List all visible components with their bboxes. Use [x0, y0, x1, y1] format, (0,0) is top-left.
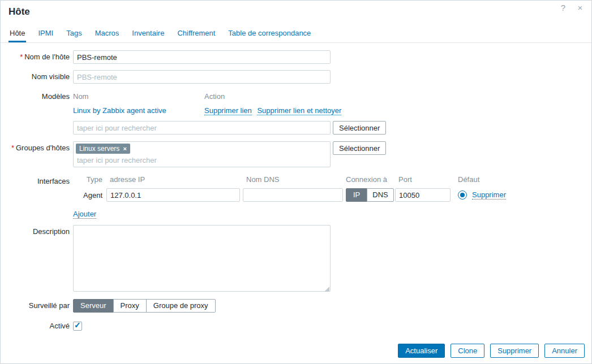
- host-name-label: *Nom de l'hôte: [8, 50, 70, 64]
- resize-handle[interactable]: [324, 287, 329, 292]
- interface-connect-toggle: IP DNS: [346, 188, 392, 202]
- interfaces-col-connect: Connexion à: [346, 175, 392, 185]
- clone-button[interactable]: Clone: [451, 344, 484, 358]
- interfaces-col-type: Type: [73, 175, 104, 185]
- host-groups-search-placeholder: taper ici pour rechercher: [77, 156, 327, 164]
- host-groups-multiselect[interactable]: Linux servers × taper ici pour recherche…: [73, 141, 331, 167]
- delete-button[interactable]: Supprimer: [490, 344, 539, 358]
- template-select-button[interactable]: Sélectionner: [333, 121, 386, 135]
- update-button[interactable]: Actualiser: [398, 344, 445, 358]
- host-form: *Nom de l'hôte Nom visible Modèles Nom A…: [1, 43, 591, 333]
- host-group-chip[interactable]: Linux servers ×: [76, 144, 130, 154]
- dialog-title: Hôte: [8, 6, 584, 18]
- tab-host[interactable]: Hôte: [8, 24, 26, 42]
- dialog-footer: Actualiser Clone Supprimer Annuler: [398, 344, 585, 358]
- row-interfaces: Interfaces Type adresse IP Nom DNS Conne…: [8, 175, 591, 225]
- dialog-header: Hôte ? ×: [1, 1, 591, 21]
- interfaces-col-default: Défaut: [453, 175, 506, 185]
- row-monitored-by: Surveillé par Serveur Proxy Groupe de pr…: [8, 299, 591, 313]
- template-unlink-clear-action[interactable]: Supprimer lien et nettoyer: [257, 106, 341, 115]
- template-link[interactable]: Linux by Zabbix agent active: [73, 106, 166, 115]
- interfaces-col-dns: Nom DNS: [243, 175, 343, 185]
- visible-name-label: Nom visible: [8, 70, 70, 84]
- host-groups-label: *Groupes d'hôtes: [8, 141, 70, 155]
- interface-row: Agent IP DNS Supprimer: [73, 188, 506, 202]
- chip-remove-icon[interactable]: ×: [123, 145, 126, 152]
- tab-macros[interactable]: Macros: [94, 24, 121, 42]
- interface-port-input[interactable]: [395, 188, 451, 202]
- interfaces-col-port: Port: [395, 175, 451, 185]
- template-search-input[interactable]: [73, 121, 331, 135]
- row-host-groups: *Groupes d'hôtes Linux servers × taper i…: [8, 141, 591, 167]
- help-icon[interactable]: ?: [559, 3, 568, 13]
- template-row: Linux by Zabbix agent active Supprimer l…: [73, 106, 386, 116]
- interfaces-table-header: Type adresse IP Nom DNS Connexion à Port…: [73, 175, 506, 185]
- template-unlink-action[interactable]: Supprimer lien: [204, 106, 252, 115]
- templates-col-action: Action: [204, 92, 225, 102]
- monitored-by-proxy-option[interactable]: Proxy: [113, 299, 147, 313]
- host-name-input[interactable]: [73, 50, 331, 64]
- interface-default-radio[interactable]: [458, 190, 467, 200]
- interface-add-link[interactable]: Ajouter: [73, 210, 96, 219]
- tab-tags[interactable]: Tags: [65, 24, 83, 42]
- interface-ip-input[interactable]: [106, 188, 240, 202]
- enabled-checkbox[interactable]: [73, 322, 82, 331]
- interface-remove-link[interactable]: Supprimer: [472, 190, 506, 200]
- connect-ip-option[interactable]: IP: [346, 188, 367, 202]
- row-host-name: *Nom de l'hôte: [8, 50, 591, 64]
- monitored-by-label: Surveillé par: [8, 299, 70, 313]
- required-marker: *: [20, 53, 23, 61]
- connect-dns-option[interactable]: DNS: [367, 188, 393, 202]
- visible-name-input[interactable]: [73, 70, 331, 84]
- templates-label: Modèles: [8, 90, 70, 103]
- host-groups-select-button[interactable]: Sélectionner: [333, 141, 386, 155]
- templates-table-header: Nom Action: [73, 92, 386, 102]
- interface-dns-input[interactable]: [243, 188, 343, 202]
- dialog-header-icons: ? ×: [559, 3, 585, 13]
- host-dialog: Hôte ? × Hôte IPMI Tags Macros Inventair…: [0, 0, 592, 364]
- monitored-by-proxy-group-option[interactable]: Groupe de proxy: [146, 299, 216, 313]
- tab-bar: Hôte IPMI Tags Macros Inventaire Chiffre…: [1, 24, 591, 43]
- tab-encryption[interactable]: Chiffrement: [176, 24, 216, 42]
- monitored-by-server-option[interactable]: Serveur: [73, 299, 114, 313]
- description-textarea[interactable]: [73, 225, 331, 292]
- host-group-chip-label: Linux servers: [79, 145, 119, 153]
- close-icon[interactable]: ×: [576, 3, 585, 13]
- row-description: Description: [8, 225, 591, 293]
- description-label: Description: [8, 225, 70, 239]
- interfaces-label: Interfaces: [8, 175, 70, 188]
- templates-col-name: Nom: [73, 92, 204, 102]
- enabled-label: Activé: [8, 319, 70, 333]
- row-visible-name: Nom visible: [8, 70, 591, 84]
- interface-type: Agent: [73, 191, 104, 200]
- monitored-by-toggle: Serveur Proxy Groupe de proxy: [73, 299, 216, 313]
- required-marker: *: [11, 144, 14, 152]
- cancel-button[interactable]: Annuler: [544, 344, 585, 358]
- row-enabled: Activé: [8, 319, 591, 333]
- row-templates: Modèles Nom Action Linux by Zabbix agent…: [8, 90, 591, 135]
- tab-inventory[interactable]: Inventaire: [131, 24, 165, 42]
- tab-ipmi[interactable]: IPMI: [37, 24, 54, 42]
- interfaces-col-ip: adresse IP: [106, 175, 240, 185]
- tab-value-mapping[interactable]: Table de correspondance: [227, 24, 312, 42]
